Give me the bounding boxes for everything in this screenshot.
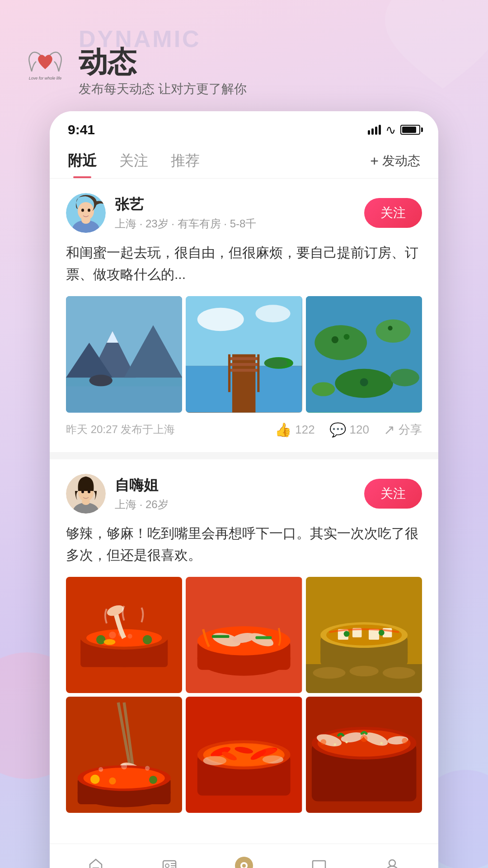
svg-point-117 [361,735,367,742]
post-image-hotpot1[interactable] [66,577,182,693]
tab-nearby[interactable]: 附近 [68,151,97,178]
post-image-pier[interactable] [186,296,302,412]
svg-rect-66 [256,636,272,639]
nav-item-salon[interactable]: 沙龙 [160,856,179,868]
user-meta-1: 上海 · 23岁 · 有车有房 · 5-8千 [115,217,364,231]
tab-recommend[interactable]: 推荐 [171,151,200,178]
svg-point-91 [149,776,157,784]
post-card-2: 自嗨姐 上海 · 26岁 关注 够辣，够麻！吃到嘴里会再想呼下一口。其实一次次吃… [50,459,438,837]
svg-rect-22 [230,363,258,366]
post-time-1: 昨天 20:27 发布于上海 [66,422,260,437]
post-text-1: 和闺蜜一起去玩，很自由，但很麻烦，要自己提前订房、订票、做攻略什么的... [66,242,422,285]
svg-point-52 [127,634,132,638]
svg-point-79 [313,667,345,679]
svg-point-95 [145,766,150,770]
svg-point-56 [143,635,152,644]
bottom-nav: 首页 沙龙 动态 [50,844,438,868]
profile-icon [383,856,402,868]
post-footer-1: 昨天 20:27 发布于上海 👍 122 💬 120 ↗ 分享 [66,422,422,438]
svg-rect-65 [212,635,230,637]
svg-point-36 [343,334,349,340]
like-count-1: 122 [295,423,314,437]
share-icon: ↗ [384,422,395,438]
svg-point-119 [333,743,336,745]
svg-point-51 [109,632,116,638]
user-meta-2: 上海 · 26岁 [115,497,364,512]
tab-follow[interactable]: 关注 [119,151,148,178]
svg-point-93 [99,767,103,772]
svg-point-44 [81,491,84,493]
svg-point-5 [78,202,94,220]
username-1: 张艺 [115,195,364,215]
header-area: Love for whole life DYNAMIC 动态 发布每天动态 让对… [0,0,488,111]
svg-point-57 [104,639,116,645]
post-image-hotpot3[interactable] [306,577,422,693]
post-image-islands[interactable] [306,296,422,412]
header-text-group: DYNAMIC 动态 发布每天动态 让对方更了解你 [79,27,247,98]
post-image-hotpot5[interactable] [186,697,302,813]
header-subtitle: 发布每天动态 让对方更了解你 [79,80,247,98]
nav-item-home[interactable]: 首页 [86,856,106,868]
svg-point-35 [331,336,338,343]
svg-point-34 [312,382,335,396]
logo-box: Love for whole life [23,44,68,80]
home-icon [86,856,105,868]
dynamic-icon [233,855,255,868]
status-time: 9:41 [68,122,95,137]
svg-rect-15 [66,387,182,413]
svg-point-94 [121,764,127,769]
signal-icon [368,125,381,135]
phone-mockup: 9:41 ∿ 附近 关注 推荐 + 发动态 [50,111,438,868]
comment-action-1[interactable]: 💬 120 [329,422,369,438]
share-label-1: 分享 [399,422,422,438]
svg-point-17 [197,308,244,331]
post-dynamic-button[interactable]: + 发动态 [370,152,420,177]
post-image-hotpot6[interactable] [306,697,422,813]
svg-point-76 [343,631,349,637]
follow-button-1[interactable]: 关注 [364,198,422,228]
post-text-2: 够辣，够麻！吃到嘴里会再想呼下一口。其实一次次吃了很多次，但还是很喜欢。 [66,523,422,566]
svg-point-81 [383,667,415,679]
svg-point-7 [88,209,90,212]
user-row-1: 张艺 上海 · 23岁 · 有车有房 · 5-8千 关注 [66,193,422,233]
nav-item-profile[interactable]: 我的 [382,856,402,868]
svg-point-130 [389,860,395,866]
nav-tabs: 附近 关注 推荐 + 发动态 [50,142,438,179]
svg-point-38 [360,378,368,387]
user-info-1: 张艺 上海 · 23岁 · 有车有房 · 5-8千 [115,195,364,231]
logo-icon: Love for whole life [23,44,68,80]
svg-rect-122 [163,861,176,868]
svg-rect-23 [230,369,258,372]
svg-point-90 [90,774,100,784]
svg-point-107 [206,745,282,765]
like-action-1[interactable]: 👍 122 [275,422,314,438]
post-images-2 [66,577,422,813]
follow-button-2[interactable]: 关注 [364,479,422,509]
user-info-2: 自嗨姐 上海 · 26岁 [115,476,364,512]
status-icons: ∿ [368,123,420,137]
post-image-hotpot2[interactable] [186,577,302,693]
post-images-1 [66,296,422,412]
svg-point-80 [349,666,378,676]
svg-point-116 [320,739,326,745]
wifi-icon: ∿ [385,123,396,137]
post-image-hotpot4[interactable] [66,697,182,813]
avatar-2[interactable] [66,474,106,514]
svg-point-6 [81,209,84,212]
avatar-1[interactable] [66,193,106,233]
header-label-zh: 动态 [79,46,247,78]
nav-item-dynamic[interactable]: 动态 [233,855,255,868]
comment-icon: 💬 [329,422,346,438]
svg-point-37 [388,326,392,330]
nav-item-message[interactable]: 消息 [309,856,328,868]
svg-point-27 [264,359,287,368]
share-action-1[interactable]: ↗ 分享 [384,422,422,438]
svg-point-18 [256,305,291,323]
svg-point-77 [378,630,384,636]
svg-rect-74 [369,629,379,640]
svg-point-129 [242,864,246,868]
post-image-lake[interactable] [66,296,182,412]
svg-point-118 [402,738,408,744]
post-card-1: 张艺 上海 · 23岁 · 有车有房 · 5-8千 关注 和闺蜜一起去玩，很自由… [50,179,438,452]
svg-text:Love for whole life: Love for whole life [29,76,62,80]
